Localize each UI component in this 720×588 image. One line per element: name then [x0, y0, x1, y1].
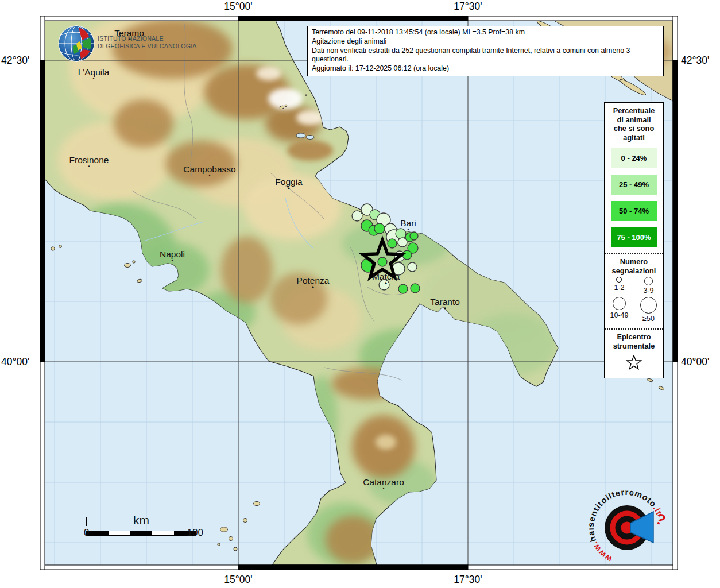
legend-count-title: Numero segnalazioni [605, 257, 663, 275]
city-label: L'Aquila▲ [78, 68, 110, 80]
count-label: 10-49 [610, 311, 629, 319]
city-label: Frosinone▲ [69, 156, 109, 168]
city-name: Taranto [430, 297, 460, 306]
city-name: Bari [400, 219, 416, 227]
legend-swatches: 0 - 24%25 - 49%50 - 74%75 - 100% [605, 148, 663, 247]
city-marker-icon: ▲ [400, 228, 416, 231]
star-outline-icon [627, 355, 641, 369]
city-name: Napoli [160, 250, 185, 258]
city-name: Matera [372, 272, 400, 281]
scale-end: 100 [187, 527, 203, 539]
observation-circle [408, 262, 417, 272]
event-updated: Aggiornato il: 17-12-2025 06:12 (ora loc… [312, 64, 659, 74]
legend-divider [605, 253, 663, 254]
city-marker-icon: ▲ [363, 487, 404, 490]
observation-circle [398, 238, 407, 247]
ingv-line2: DI GEOFISICA E VULCANOLOGIA [98, 42, 197, 50]
city-label: Foggia▲ [275, 177, 302, 189]
observation-circle [374, 223, 385, 234]
lagoon [306, 136, 314, 140]
axis-label-bottom-right: 17°30' [454, 574, 482, 586]
count-class: 10-49 [610, 297, 629, 323]
city-label: Teramo▲ [114, 29, 144, 41]
city-marker-icon: ▲ [430, 307, 460, 310]
count-label: 3-9 [643, 287, 653, 295]
city-name: Foggia [275, 177, 302, 186]
city-marker-icon: ▲ [297, 285, 330, 288]
city-label: Napoli▲ [160, 250, 185, 262]
observation-circle [388, 239, 397, 248]
axis-label-top-right: 17°30' [454, 1, 482, 13]
legend-swatch: 25 - 49% [611, 175, 657, 195]
city-label: Matera▲ [372, 272, 400, 284]
city-marker-icon: ▲ [160, 259, 185, 262]
legend-swatch: 50 - 74% [611, 201, 657, 221]
event-title: Terremoto del 09-11-2018 13:45:54 (ora l… [312, 28, 659, 37]
axis-label-right-bottom: 40°00' [681, 356, 709, 368]
city-name: Campobasso [183, 165, 235, 173]
city-marker-icon: ▲ [372, 281, 400, 284]
count-circle-icon [640, 297, 657, 314]
observation-circle [378, 257, 387, 266]
observation-circle [398, 284, 408, 293]
count-label: 1-2 [614, 284, 624, 292]
observation-circle [410, 232, 418, 240]
ingv-globe-icon [57, 24, 96, 63]
legend-swatch: 0 - 24% [611, 148, 657, 168]
city-name: Catanzaro [363, 478, 404, 486]
city-label: Catanzaro▲ [363, 478, 404, 490]
city-marker-icon: ▲ [183, 174, 235, 177]
event-note: Dati non verificati estratti da 252 ques… [312, 47, 659, 65]
observation-circle [402, 250, 412, 260]
city-name: Frosinone [69, 156, 109, 164]
count-circle-icon [644, 277, 653, 285]
city-marker-icon: ▲ [78, 77, 110, 80]
city-marker-icon: ▲ [69, 165, 109, 168]
scale-unit: km [86, 513, 196, 527]
map-interior [45, 14, 673, 566]
map-page: 15°00' 17°30' 15°00' 17°30' 42°30' 40°00… [0, 0, 720, 588]
city-label: Campobasso▲ [183, 165, 235, 177]
scale-bar: km 0 100 [86, 513, 196, 536]
city-name: L'Aquila [78, 68, 110, 76]
count-circle-icon [616, 277, 622, 283]
observation-circle [352, 211, 362, 221]
city-marker-icon: ▲ [114, 38, 144, 41]
legend-panel: Percentuale di animali che si sono agita… [604, 102, 664, 378]
city-name: Teramo [114, 29, 144, 37]
lagoon [296, 133, 305, 138]
city-label: Taranto▲ [430, 297, 460, 310]
ingv-logo-text: ISTITUTO NAZIONALE DI GEOFISICA E VULCAN… [98, 35, 197, 50]
city-name: Potenza [297, 276, 330, 285]
axis-label-left-bottom: 40°00' [1, 356, 29, 368]
event-subtitle: Agitazione degli animali [312, 37, 659, 47]
count-label: ≥50 [642, 315, 655, 323]
axis-label-right-top: 42°30' [681, 55, 709, 67]
event-info-box: Terremoto del 09-11-2018 13:45:54 (ora l… [307, 26, 664, 76]
city-label: Potenza▲ [297, 276, 330, 288]
legend-count-classes: 1-23-910-49≥50 [605, 277, 663, 323]
count-circle-icon [613, 297, 626, 310]
scale-segments [86, 531, 196, 536]
observation-circle [411, 284, 420, 293]
haisentito-logo: ? www.haisentitoilterremoto.it [589, 490, 672, 572]
legend-divider2 [605, 328, 663, 330]
legend-epicenter-title: Epicentro strumentale [605, 332, 663, 350]
count-class: ≥50 [640, 297, 657, 323]
ingv-line1: ISTITUTO NAZIONALE [98, 35, 197, 42]
axis-label-left-top: 42°30' [1, 55, 29, 67]
legend-swatch: 75 - 100% [611, 227, 657, 247]
axis-label-top-left: 15°00' [224, 1, 252, 13]
scale-start: 0 [84, 527, 89, 539]
city-label: Bari▲ [400, 219, 416, 231]
count-class: 3-9 [643, 277, 653, 295]
legend-percent-title: Percentuale di animali che si sono agita… [605, 106, 663, 142]
axis-label-bottom-left: 15°00' [224, 574, 252, 586]
legend-star [605, 355, 663, 373]
count-class: 1-2 [614, 277, 624, 295]
city-marker-icon: ▲ [275, 187, 302, 189]
